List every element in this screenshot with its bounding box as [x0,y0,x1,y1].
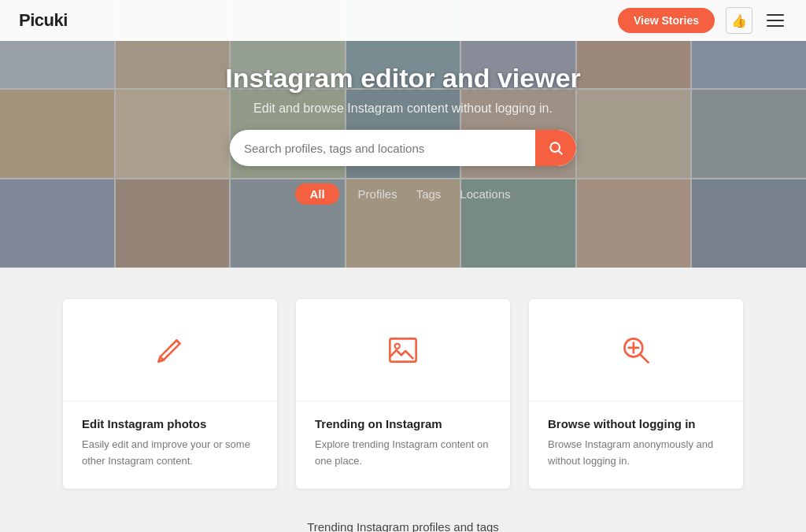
zoom-search-icon [616,331,656,370]
bg-cell [577,179,691,268]
card-desc-edit: Easily edit and improve your or some oth… [82,437,258,470]
svg-point-3 [395,343,400,348]
menu-line [767,14,784,16]
card-title-browse: Browse without logging in [548,417,724,430]
pencil-icon [150,331,190,370]
logo: Picuki [19,10,68,31]
bg-cell [116,90,230,178]
trending-profiles-label: Trending Instagram profiles and tags [307,520,499,532]
card-body-edit: Edit Instagram photos Easily edit and im… [63,401,277,489]
card-icon-area-browse [529,299,743,401]
bg-cell [0,179,114,268]
bg-cell [0,90,114,178]
card-icon-area-edit [63,299,277,401]
tab-profiles[interactable]: Profiles [358,184,397,204]
card-title-edit: Edit Instagram photos [82,417,258,430]
card-browse: Browse without logging in Browse Instagr… [529,299,743,489]
card-icon-area-trending [296,299,510,401]
bg-cell [692,179,806,268]
card-trending: Trending on Instagram Explore trending I… [296,299,510,489]
card-desc-trending: Explore trending Instagram content on on… [315,437,491,470]
tab-all[interactable]: All [295,183,338,205]
search-input[interactable] [230,132,535,164]
image-icon [383,331,423,370]
bg-cell [116,179,230,268]
card-title-trending: Trending on Instagram [315,417,491,430]
like-button[interactable]: 👍 [726,7,752,34]
tab-tags[interactable]: Tags [416,184,442,204]
card-desc-browse: Browse Instagram anonymously and without… [548,437,724,470]
bottom-section: Trending Instagram profiles and tags [0,512,806,532]
hero-subtitle: Edit and browse Instagram content withou… [253,102,553,116]
card-body-browse: Browse without logging in Browse Instagr… [529,401,743,489]
filter-tabs: All Profiles Tags Locations [295,183,510,205]
search-icon [548,140,564,156]
search-bar [230,130,576,166]
hero-title: Instagram editor and viewer [225,63,581,94]
header-actions: View Stories 👍 [618,7,787,34]
header: Picuki View Stories 👍 [0,0,806,41]
hero-content: Instagram editor and viewer Edit and bro… [225,63,581,205]
thumbs-up-icon: 👍 [731,13,747,28]
card-edit: Edit Instagram photos Easily edit and im… [63,299,277,489]
svg-line-5 [640,354,648,362]
menu-line [767,20,784,21]
search-button[interactable] [535,130,576,166]
svg-point-0 [550,142,560,152]
view-stories-button[interactable]: View Stories [618,8,715,33]
svg-line-1 [559,151,563,155]
tab-locations[interactable]: Locations [460,184,510,204]
bg-cell [692,90,806,178]
bg-cell [577,90,691,178]
menu-line [767,25,784,27]
menu-button[interactable] [763,14,787,27]
card-body-trending: Trending on Instagram Explore trending I… [296,401,510,489]
cards-section: Edit Instagram photos Easily edit and im… [0,268,806,512]
